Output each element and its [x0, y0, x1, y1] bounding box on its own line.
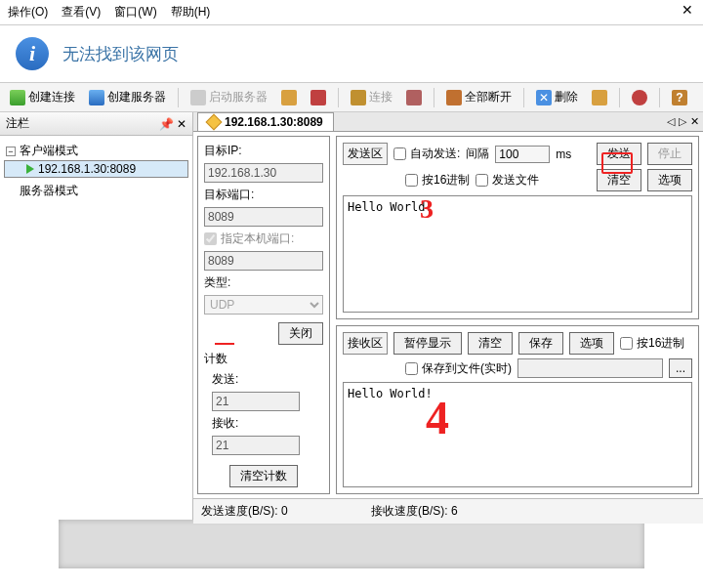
link-icon: [351, 90, 366, 105]
pause-display-button[interactable]: 暂停显示: [393, 332, 462, 355]
recv-options-button[interactable]: 选项: [569, 332, 614, 355]
recv-speed-label: 接收速度(B/S): 6: [371, 503, 517, 520]
send-button[interactable]: 发送: [597, 143, 641, 165]
auto-send-check-row: 自动发送:: [393, 146, 460, 162]
target-port-label: 目标端口:: [204, 187, 323, 203]
interval-label: 间隔: [466, 146, 489, 162]
stop-button[interactable]: 停止: [647, 143, 692, 165]
stop-icon: [310, 90, 326, 105]
toolbar: 创建连接 创建服务器 启动服务器 连接 全部断开 ✕删除 ?: [0, 83, 703, 112]
type-label: 类型:: [204, 274, 323, 291]
sidebar-title: 注栏: [6, 115, 29, 132]
create-connection-button[interactable]: 创建连接: [6, 87, 79, 107]
menu-bar: 操作(O) 查看(V) 窗口(W) 帮助(H) ✕: [0, 0, 703, 25]
type-select[interactable]: UDP: [204, 295, 323, 315]
send-textarea[interactable]: Hello World!: [343, 195, 692, 313]
save-file-path-field[interactable]: [517, 358, 663, 378]
ms-label: ms: [556, 147, 571, 161]
menu-operate[interactable]: 操作(O): [8, 4, 48, 21]
auto-send-checkbox[interactable]: [393, 147, 406, 160]
clear-count-button[interactable]: 清空计数: [229, 465, 298, 487]
play-icon: [190, 90, 206, 105]
tab-next-icon[interactable]: ▷: [679, 115, 686, 128]
interval-field[interactable]: [495, 146, 550, 163]
recv-panel: 接收区 暂停显示 清空 保存 选项 按16进制 保存到文件(实时) ... He…: [336, 325, 699, 494]
start-server-button[interactable]: 启动服务器: [186, 87, 271, 107]
recv-textarea[interactable]: Hello World!: [343, 382, 692, 487]
x-icon: ✕: [536, 90, 552, 105]
globe-icon: [89, 90, 104, 105]
clear-recv-button[interactable]: 清空: [468, 332, 513, 355]
send-area-label: 发送区: [343, 143, 388, 165]
save-file-checkbox[interactable]: [405, 362, 418, 375]
send-speed-label: 发送速度(B/S): 0: [201, 503, 348, 520]
disconnect-icon: [446, 90, 462, 105]
refresh-icon-button[interactable]: [588, 88, 611, 107]
connection-tree: − 客户端模式 192.168.1.30:8089 服务器模式: [0, 136, 192, 206]
save-button[interactable]: 保存: [518, 332, 563, 355]
count-label: 计数: [204, 351, 323, 367]
user-icon-button[interactable]: [277, 88, 301, 107]
info-bar: i 无法找到该网页: [0, 25, 703, 83]
tab-close-icon[interactable]: ✕: [690, 115, 699, 128]
question-icon: ?: [672, 90, 687, 105]
status-bar: 发送速度(B/S): 0 接收速度(B/S): 6: [193, 498, 703, 524]
local-port-checkbox[interactable]: [204, 232, 217, 245]
tab-bar: 192.168.1.30:8089 ◁ ▷ ✕: [193, 112, 703, 132]
clear-send-button[interactable]: 清空: [597, 169, 641, 191]
browse-button[interactable]: ...: [669, 358, 692, 378]
menu-help[interactable]: 帮助(H): [171, 4, 211, 21]
connection-config-panel: 目标IP: 目标端口: 指定本机端口: 类型: UDP 关闭 计数 发送: 接收…: [197, 136, 330, 494]
create-server-button[interactable]: 创建服务器: [85, 87, 170, 107]
connection-tab[interactable]: 192.168.1.30:8089: [197, 112, 334, 131]
send-panel: 发送区 自动发送: 间隔 ms 发送 停止 按16进制 发送文件: [336, 136, 699, 319]
tab-prev-icon[interactable]: ◁: [667, 115, 675, 128]
menu-window[interactable]: 窗口(W): [114, 4, 156, 21]
sidebar: 注栏 📌 ✕ − 客户端模式 192.168.1.30:8089 服务器模式: [0, 112, 193, 520]
hex-send-checkbox[interactable]: [405, 174, 418, 187]
disconnect-all-button[interactable]: 全部断开: [442, 87, 516, 107]
user-icon: [281, 90, 297, 105]
info-icon: i: [16, 37, 49, 70]
hex-recv-check-row: 按16进制: [620, 335, 684, 352]
play-triangle-icon: [26, 164, 34, 174]
menu-view[interactable]: 查看(V): [62, 4, 101, 21]
delete-button[interactable]: ✕删除: [532, 87, 582, 107]
plug-icon: [10, 90, 25, 105]
recv-count-field: [212, 436, 300, 455]
local-port-field[interactable]: [204, 251, 323, 271]
help-icon-button[interactable]: ?: [668, 88, 691, 107]
save-file-check-row: 保存到文件(实时): [405, 360, 512, 377]
send-count-field: [212, 392, 300, 411]
close-icon[interactable]: ✕: [682, 2, 693, 18]
send-file-check-row: 发送文件: [476, 172, 539, 189]
unlink-icon: [406, 90, 422, 105]
content-pane: 192.168.1.30:8089 ◁ ▷ ✕ 目标IP: 目标端口: 指定本机…: [193, 112, 703, 520]
server-mode-node[interactable]: 服务器模式: [4, 182, 188, 200]
connect-button[interactable]: 连接: [347, 87, 396, 107]
target-ip-field[interactable]: [204, 163, 323, 183]
send-options-button[interactable]: 选项: [647, 169, 692, 191]
target-ip-label: 目标IP:: [204, 143, 323, 159]
stop-icon-button[interactable]: [307, 88, 330, 107]
page-title: 无法找到该网页: [62, 43, 179, 65]
pin-icon[interactable]: 📌 ✕: [159, 117, 186, 131]
footer-shadow: [59, 520, 644, 568]
record-icon: [632, 90, 647, 105]
client-mode-node[interactable]: − 客户端模式: [4, 142, 188, 160]
recycle-icon: [592, 90, 607, 105]
hex-recv-checkbox[interactable]: [620, 337, 633, 350]
unlink-icon-button[interactable]: [402, 88, 426, 107]
recv-count-label: 接收:: [204, 415, 323, 432]
send-count-label: 发送:: [204, 371, 323, 388]
local-port-checkbox-row: 指定本机端口:: [204, 231, 323, 247]
recv-area-label: 接收区: [343, 332, 388, 355]
collapse-icon[interactable]: −: [6, 147, 16, 156]
hex-send-check-row: 按16进制: [405, 172, 470, 189]
close-button[interactable]: 关闭: [278, 322, 323, 345]
connection-item[interactable]: 192.168.1.30:8089: [4, 160, 188, 178]
target-port-field[interactable]: [204, 207, 323, 227]
record-icon-button[interactable]: [628, 88, 651, 107]
send-file-checkbox[interactable]: [476, 174, 488, 187]
diamond-icon: [206, 114, 223, 131]
